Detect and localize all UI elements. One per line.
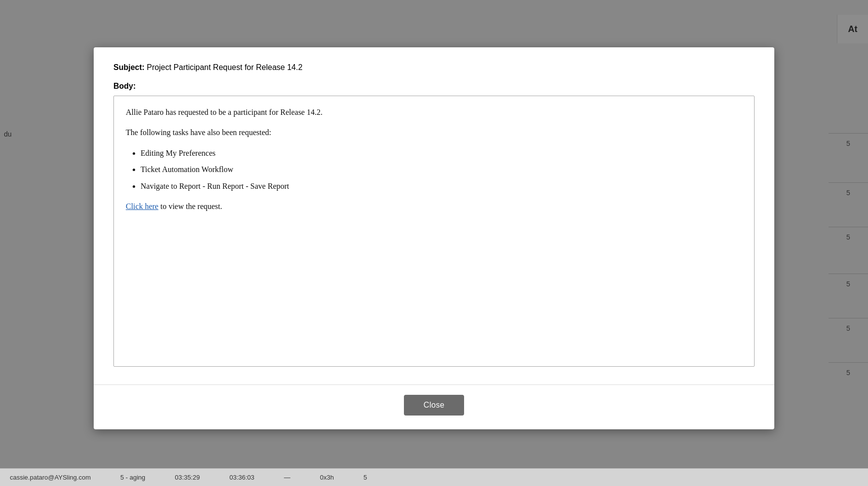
close-button[interactable]: Close xyxy=(404,395,464,416)
status-email: cassie.pataro@AYSling.com xyxy=(10,474,91,481)
task-item-2: Ticket Automation Workflow xyxy=(141,163,742,176)
subject-value: Project Participant Request for Release … xyxy=(147,63,303,71)
status-dash: — xyxy=(284,474,290,481)
body-link-line: Click here to view the request. xyxy=(126,200,742,213)
modal-body-content: Subject: Project Participant Request for… xyxy=(94,47,774,384)
modal-dialog: Subject: Project Participant Request for… xyxy=(94,47,774,429)
link-suffix: to view the request. xyxy=(158,202,222,210)
status-code: 0x3h xyxy=(320,474,334,481)
status-aging: 5 - aging xyxy=(120,474,145,481)
click-here-link[interactable]: Click here xyxy=(126,202,158,210)
task-list: Editing My Preferences Ticket Automation… xyxy=(141,147,742,193)
status-number: 5 xyxy=(363,474,367,481)
body-text-box: Allie Pataro has requested to be a parti… xyxy=(113,96,755,367)
status-time1: 03:35:29 xyxy=(175,474,200,481)
body-paragraph-1: Allie Pataro has requested to be a parti… xyxy=(126,106,742,119)
body-section: Body: Allie Pataro has requested to be a… xyxy=(113,82,755,367)
body-paragraph-2: The following tasks have also been reque… xyxy=(126,126,742,139)
modal-footer: Close xyxy=(94,384,774,429)
status-time2: 03:36:03 xyxy=(229,474,254,481)
subject-line: Subject: Project Participant Request for… xyxy=(113,63,755,72)
modal-overlay: Subject: Project Participant Request for… xyxy=(0,0,868,486)
status-bar: cassie.pataro@AYSling.com 5 - aging 03:3… xyxy=(0,468,868,486)
task-item-3: Navigate to Report - Run Report - Save R… xyxy=(141,180,742,193)
body-label: Body: xyxy=(113,82,755,91)
subject-label: Subject: xyxy=(113,63,145,71)
task-item-1: Editing My Preferences xyxy=(141,147,742,160)
